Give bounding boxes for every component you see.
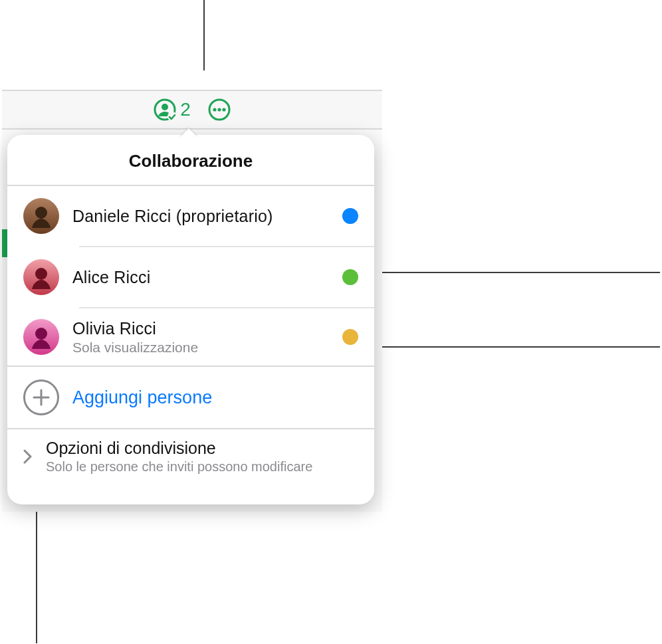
plus-circle-icon (23, 379, 59, 415)
avatar (23, 259, 59, 295)
popover-title: Collaborazione (7, 135, 374, 185)
avatar (23, 198, 59, 234)
share-options-subtitle: Solo le persone che inviti possono modif… (46, 459, 312, 475)
add-people-label: Aggiungi persone (72, 387, 212, 408)
ellipsis-circle-icon (208, 98, 231, 121)
popover-pointer (179, 128, 198, 138)
collaboration-button[interactable]: 2 (154, 98, 191, 121)
svg-point-9 (35, 328, 47, 340)
callout-line-bottom (36, 497, 37, 643)
svg-point-7 (35, 207, 47, 219)
presence-dot (342, 329, 358, 345)
chevron-right-icon (23, 449, 35, 464)
presence-dot (342, 208, 358, 224)
participant-name: Olivia Ricci (72, 319, 329, 338)
participant-name: Daniele Ricci (proprietario) (72, 207, 329, 226)
collaboration-popover: Collaborazione Daniele Ricci (proprietar… (7, 135, 374, 504)
svg-point-5 (217, 108, 221, 111)
svg-point-4 (213, 108, 216, 111)
add-people-button[interactable]: Aggiungi persone (7, 367, 374, 428)
presence-dot (342, 269, 358, 285)
callout-line-right-1 (350, 272, 660, 273)
callout-line-top (203, 0, 205, 70)
participant-permission: Sola visualizzazione (72, 340, 329, 356)
avatar (23, 319, 59, 355)
toolbar: 2 (2, 90, 382, 130)
participant-name: Alice Ricci (72, 268, 329, 287)
share-options-title: Opzioni di condivisione (46, 439, 312, 458)
participant-row[interactable]: Olivia Ricci Sola visualizzazione (7, 308, 374, 366)
share-options-row[interactable]: Opzioni di condivisione Solo le persone … (7, 429, 374, 488)
svg-point-6 (222, 108, 225, 111)
participant-row[interactable]: Alice Ricci (7, 247, 374, 307)
more-button[interactable] (208, 98, 231, 121)
svg-point-1 (162, 104, 168, 110)
svg-point-8 (35, 268, 47, 280)
participant-row[interactable]: Daniele Ricci (proprietario) (7, 186, 374, 246)
collaboration-count: 2 (180, 99, 191, 120)
person-badge-icon (154, 98, 176, 121)
